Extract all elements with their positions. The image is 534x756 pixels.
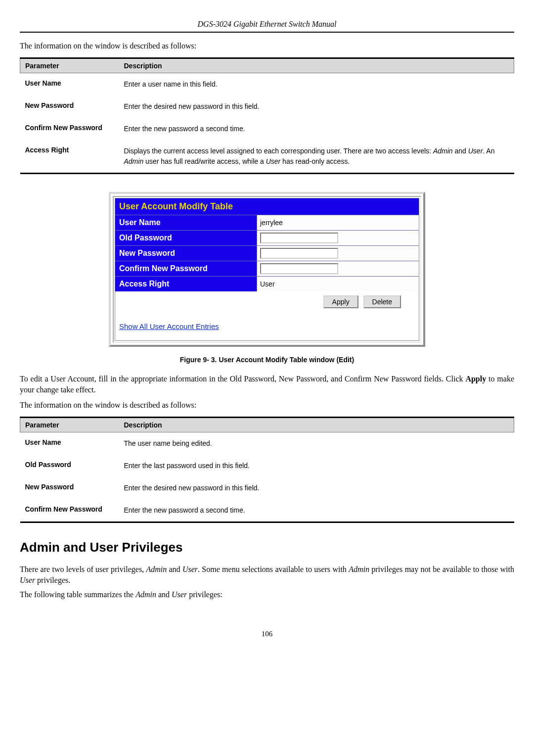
ui-label-new-password: New Password [115, 246, 257, 261]
privileges-paragraph-1: There are two levels of user privileges,… [20, 564, 514, 585]
param-cell: Old Password [20, 455, 119, 477]
table-row: User Name Enter a user name in this fiel… [20, 73, 514, 96]
figure-caption: Figure 9- 3. User Account Modify Table w… [20, 356, 514, 364]
table-row: New Password Enter the desired new passw… [20, 95, 514, 118]
txt: There are two levels of user privileges, [20, 565, 146, 573]
param-cell: User Name [20, 73, 119, 96]
confirm-password-input[interactable] [260, 263, 338, 274]
param-table-2: Parameter Description User Name The user… [20, 417, 514, 523]
italic-admin: Admin [349, 565, 369, 573]
desc-cell: Enter the last password used in this fie… [119, 455, 514, 477]
apply-button[interactable]: Apply [323, 295, 358, 308]
desc-cell: Enter the desired new password in this f… [119, 477, 514, 499]
desc-cell: Displays the current access level assign… [119, 140, 514, 174]
table-row: New Password Enter the desired new passw… [20, 477, 514, 499]
param-cell: Confirm New Password [20, 118, 119, 140]
header-description: Description [119, 58, 514, 73]
txt: and [156, 590, 172, 599]
ui-value-new-password [257, 246, 419, 261]
desc-cell: Enter a user name in this field. [119, 73, 514, 96]
param-cell: New Password [20, 477, 119, 499]
txt: . Some menu selections available to user… [198, 565, 349, 573]
table-row: Access Right Displays the current access… [20, 140, 514, 174]
body-paragraph-edit-instructions: To edit a User Account, fill in the appr… [20, 374, 514, 395]
ui-row-old-password: Old Password [115, 230, 419, 245]
header-parameter: Parameter [20, 418, 119, 432]
header-parameter: Parameter [20, 58, 119, 73]
ui-value-access-right: User [257, 277, 419, 291]
ui-screenshot-container: User Account Modify Table User Name jerr… [109, 192, 425, 347]
param-table-1: Parameter Description User Name Enter a … [20, 57, 514, 174]
table-header-row: Parameter Description [20, 58, 514, 73]
ui-label-confirm-password: Confirm New Password [115, 261, 257, 276]
desc-cell: Enter the new password a second time. [119, 118, 514, 140]
ui-label-old-password: Old Password [115, 231, 257, 245]
ui-row-access-right: Access Right User [115, 276, 419, 291]
txt: privileges may not be available to those… [369, 565, 514, 573]
lead-text-2: The information on the window is describ… [20, 401, 514, 410]
italic-admin: Admin [146, 565, 167, 573]
txt: The following table summarizes the [20, 590, 135, 599]
table-row: Old Password Enter the last password use… [20, 455, 514, 477]
ui-label-access-right: Access Right [115, 277, 257, 291]
italic-user: User [20, 576, 35, 584]
param-cell: New Password [20, 95, 119, 118]
italic-user: User [172, 590, 187, 599]
lead-text-1: The information on the window is describ… [20, 42, 514, 50]
edit-instr-part1: To edit a User Account, fill in the appr… [20, 375, 465, 383]
ui-value-old-password [257, 231, 419, 245]
desc-cell: Enter the new password a second time. [119, 499, 514, 522]
desc-cell: The user name being edited. [119, 432, 514, 455]
page-header: DGS-3024 Gigabit Ethernet Switch Manual [20, 20, 514, 33]
delete-button[interactable]: Delete [363, 295, 401, 308]
txt: privileges. [35, 576, 70, 584]
page-number: 106 [20, 630, 514, 638]
param-cell: Confirm New Password [20, 499, 119, 522]
ui-table-title: User Account Modify Table [115, 198, 419, 215]
show-all-users-link[interactable]: Show All User Account Entries [119, 322, 219, 331]
desc-cell: Enter the desired new password in this f… [119, 95, 514, 118]
old-password-input[interactable] [260, 233, 338, 243]
ui-label-username: User Name [115, 215, 257, 230]
section-heading-admin-user-privileges: Admin and User Privileges [20, 540, 514, 555]
table-row: Confirm New Password Enter the new passw… [20, 118, 514, 140]
table-row: Confirm New Password Enter the new passw… [20, 499, 514, 522]
txt: privileges: [187, 590, 222, 599]
ui-row-confirm-password: Confirm New Password [115, 261, 419, 276]
table-row: User Name The user name being edited. [20, 432, 514, 455]
ui-value-username: jerrylee [257, 215, 419, 230]
param-cell: User Name [20, 432, 119, 455]
ui-value-confirm-password [257, 261, 419, 276]
ui-row-new-password: New Password [115, 245, 419, 261]
apply-strong: Apply [465, 375, 486, 383]
txt: and [167, 565, 182, 573]
param-cell: Access Right [20, 140, 119, 174]
privileges-paragraph-2: The following table summarizes the Admin… [20, 589, 514, 600]
new-password-input[interactable] [260, 248, 338, 259]
table-header-row: Parameter Description [20, 418, 514, 432]
italic-admin: Admin [135, 590, 156, 599]
italic-user: User [182, 565, 198, 573]
header-description: Description [119, 418, 514, 432]
ui-row-username: User Name jerrylee [115, 215, 419, 230]
